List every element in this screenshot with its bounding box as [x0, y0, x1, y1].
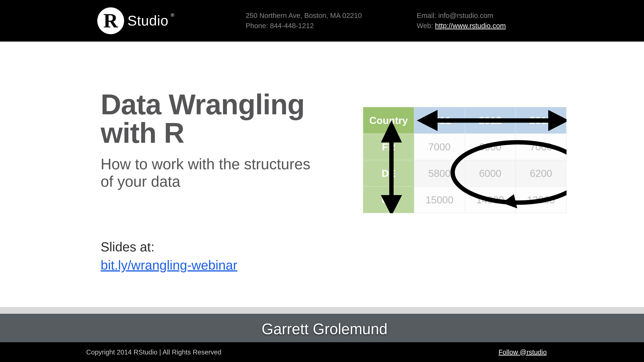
- main-content: Data Wrangling with R How to work with t…: [0, 41, 644, 362]
- cell-2-2: 13000: [516, 187, 566, 213]
- email-value: info@rstudio.com: [438, 11, 493, 19]
- cell-0-0: 7000: [414, 134, 465, 160]
- slides-link[interactable]: bit.ly/wrangling-webinar: [100, 258, 237, 273]
- page-title: Data Wrangling with R: [100, 90, 319, 147]
- registered-icon: ®: [171, 12, 174, 18]
- phone-label: Phone:: [246, 22, 268, 30]
- col-header-2: 2013: [516, 107, 566, 134]
- phone-value: 844-448-1212: [270, 22, 314, 30]
- slides-label: Slides at:: [100, 239, 237, 255]
- header-bar: R Studio ® 250 Northern Ave, Boston, MA …: [0, 0, 644, 41]
- follow-link[interactable]: Follow @rstudio: [498, 349, 547, 356]
- data-table: Country 2011 2012 2013 FR 7000 6900 7000…: [363, 107, 566, 213]
- cell-0-2: 7000: [516, 134, 566, 160]
- cell-1-1: 6000: [465, 160, 516, 187]
- phone-line: Phone: 844-448-1212: [246, 21, 417, 31]
- web-link[interactable]: http://www.rstudio.com: [435, 22, 506, 30]
- page-subtitle: How to work with the structures of your …: [100, 156, 319, 190]
- divider-strip: [0, 307, 644, 314]
- email-label: Email:: [417, 11, 436, 19]
- col-header-0: 2011: [414, 107, 465, 134]
- data-table-graphic: Country 2011 2012 2013 FR 7000 6900 7000…: [363, 107, 566, 213]
- logo-r-icon: R: [97, 7, 124, 34]
- cell-1-0: 5800: [414, 160, 465, 187]
- speaker-name: Garrett Grolemund: [262, 321, 644, 338]
- row-header-1: DE: [363, 160, 414, 187]
- cell-1-2: 6200: [516, 160, 566, 187]
- cell-2-0: 15000: [414, 187, 465, 213]
- slides-block: Slides at: bit.ly/wrangling-webinar: [100, 239, 237, 273]
- header-address-block: 250 Northern Ave, Boston, MA 02210 Phone…: [246, 10, 417, 31]
- logo-word: Studio: [128, 10, 168, 31]
- cell-2-1: 14000: [465, 187, 516, 213]
- title-block: Data Wrangling with R How to work with t…: [100, 90, 319, 190]
- email-line: Email: info@rstudio.com: [417, 10, 521, 21]
- header-contact-block: Email: info@rstudio.com Web: http://www.…: [417, 10, 521, 31]
- copyright-text: Copyright 2014 RStudio | All Rights Rese…: [86, 349, 221, 356]
- speaker-panel: Garrett Grolemund Data Scientist and Mas…: [0, 314, 644, 342]
- web-label: Web:: [417, 22, 433, 30]
- row-header-2: US: [363, 187, 414, 213]
- rstudio-logo: R Studio ®: [97, 7, 175, 34]
- cell-0-1: 6900: [465, 134, 516, 160]
- table-corner: Country: [363, 107, 414, 134]
- address-text: 250 Northern Ave, Boston, MA 02210: [246, 10, 417, 21]
- row-header-0: FR: [363, 134, 414, 160]
- web-line: Web: http://www.rstudio.com: [417, 21, 521, 31]
- footer-bar: Copyright 2014 RStudio | All Rights Rese…: [0, 342, 644, 362]
- col-header-1: 2012: [465, 107, 516, 134]
